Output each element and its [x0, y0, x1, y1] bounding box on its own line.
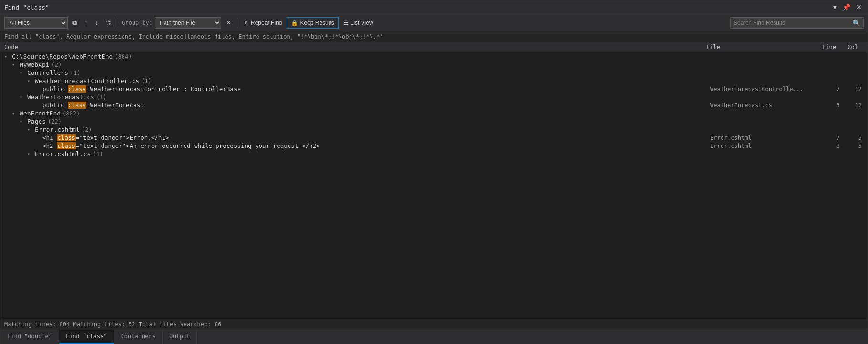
status-bar: Matching lines: 804 Matching files: 52 T…: [0, 319, 868, 330]
clear-results-button[interactable]: ✕: [223, 17, 234, 29]
title-bar-left: Find "class": [4, 4, 49, 11]
list-view-label: List View: [351, 20, 373, 26]
repeat-find-icon: ↻: [244, 20, 249, 26]
group-pages[interactable]: Pages (22): [0, 117, 868, 125]
group-error-cshtml[interactable]: Error.cshtml (2): [0, 125, 868, 134]
group-count: (22): [48, 118, 62, 125]
result-file: WeatherForecastControlle...: [710, 86, 815, 93]
group-label: WeatherForecastController.cs: [35, 77, 139, 84]
expand-icon: [27, 151, 33, 157]
group-label: C:\Source\Repos\WebFrontEnd: [12, 53, 113, 60]
panel-title: Find "class": [4, 4, 49, 11]
result-content: <h2 class="text-danger">An error occurre…: [42, 142, 868, 149]
highlight-match: class: [57, 134, 76, 141]
title-bar-right: ▾ 📌 ✕: [831, 2, 864, 12]
group-label: WeatherForecast.cs: [27, 94, 94, 101]
list-view-icon: ☰: [343, 20, 349, 26]
prev-result-button[interactable]: ↑: [82, 17, 91, 29]
expand-icon: [12, 111, 18, 116]
result-content: public class WeatherForecastController :…: [42, 85, 868, 93]
result-content: public class WeatherForecast WeatherFore…: [42, 102, 868, 109]
result-line: 7: [815, 86, 844, 93]
group-count: (1): [96, 94, 107, 101]
group-by-select[interactable]: Path then File File then Path No Groupin…: [155, 17, 221, 29]
group-webfrontend[interactable]: WebFrontEnd (802): [0, 109, 868, 117]
result-file: Error.cshtml: [710, 135, 815, 141]
keep-results-button[interactable]: 🔒 Keep Results: [287, 17, 338, 29]
result-code: <h1 class="text-danger">Error.</h1>: [42, 134, 710, 141]
group-label: MyWebApi: [20, 61, 50, 68]
result-col: 12: [844, 102, 868, 109]
repeat-find-button[interactable]: ↻ Repeat Find: [241, 17, 285, 29]
find-results-panel: Find "class" ▾ 📌 ✕ All Files Current Doc…: [0, 0, 868, 344]
group-count: (2): [52, 62, 62, 68]
expand-icon: [4, 54, 10, 60]
keep-results-icon: 🔒: [291, 20, 298, 26]
tab-find-double[interactable]: Find "double": [0, 330, 59, 344]
sep1: [118, 18, 118, 28]
group-label: Error.cshtml.cs: [35, 150, 91, 157]
result-row[interactable]: public class WeatherForecast WeatherFore…: [0, 101, 868, 109]
toolbar: All Files Current Document Open Document…: [0, 14, 868, 31]
result-col: 5: [844, 143, 868, 149]
col-column-header: Col: [840, 44, 864, 51]
group-webfrontend-root[interactable]: C:\Source\Repos\WebFrontEnd (804): [0, 52, 868, 61]
highlight-match: class: [68, 85, 87, 93]
result-code: <h2 class="text-danger">An error occurre…: [42, 142, 710, 149]
highlight-match: class: [57, 142, 76, 149]
group-count: (1): [93, 151, 103, 157]
results-area[interactable]: C:\Source\Repos\WebFrontEnd (804) MyWebA…: [0, 52, 868, 319]
next-result-button[interactable]: ↓: [93, 17, 102, 29]
group-count: (1): [70, 70, 81, 76]
group-weatherforecast[interactable]: WeatherForecast.cs (1): [0, 93, 868, 101]
search-box: 🔍: [730, 17, 864, 29]
expand-icon: [27, 78, 33, 84]
result-line: 7: [815, 135, 844, 141]
group-label: Pages: [27, 118, 46, 125]
group-count: (2): [82, 126, 92, 133]
title-bar: Find "class" ▾ 📌 ✕: [0, 0, 868, 14]
scope-select[interactable]: All Files Current Document Open Document…: [4, 17, 68, 29]
search-find-results-input[interactable]: [734, 20, 852, 26]
file-column-header: File: [706, 44, 811, 51]
result-file: Error.cshtml: [710, 143, 815, 149]
search-icon: 🔍: [852, 19, 860, 27]
result-row[interactable]: public class WeatherForecastController :…: [0, 85, 868, 93]
result-content: <h1 class="text-danger">Error.</h1> Erro…: [42, 134, 868, 141]
expand-icon: [12, 62, 18, 68]
result-code: public class WeatherForecastController :…: [42, 85, 710, 93]
result-row[interactable]: <h1 class="text-danger">Error.</h1> Erro…: [0, 134, 868, 142]
group-count: (804): [114, 53, 132, 60]
group-weatherforecastcontroller[interactable]: WeatherForecastController.cs (1): [0, 77, 868, 85]
expand-icon: [20, 70, 25, 76]
pin-button[interactable]: 📌: [840, 2, 852, 12]
column-headers: Code File Line Col: [0, 42, 868, 52]
group-label: WebFrontEnd: [20, 110, 61, 117]
filter-button[interactable]: ⚗: [103, 17, 114, 29]
close-button[interactable]: ✕: [854, 2, 864, 12]
tab-containers[interactable]: Containers: [114, 330, 163, 344]
keep-results-label: Keep Results: [300, 20, 334, 26]
expand-icon: [20, 94, 25, 100]
group-controllers[interactable]: Controllers (1): [0, 69, 868, 77]
repeat-find-label: Repeat Find: [251, 20, 282, 26]
tab-bar: Find "double" Find "class" Containers Ou…: [0, 330, 868, 344]
group-count: (802): [62, 110, 80, 117]
line-column-header: Line: [811, 44, 840, 51]
tab-find-class[interactable]: Find "class": [59, 330, 114, 344]
result-row[interactable]: <h2 class="text-danger">An error occurre…: [0, 142, 868, 150]
group-label: Controllers: [27, 69, 68, 76]
group-count: (1): [141, 78, 152, 84]
group-label: Error.cshtml: [35, 126, 80, 133]
result-code: public class WeatherForecast: [42, 102, 710, 109]
result-col: 12: [844, 86, 868, 93]
group-error-cshtml-cs[interactable]: Error.cshtml.cs (1): [0, 150, 868, 158]
dropdown-button[interactable]: ▾: [831, 2, 838, 12]
group-mywebapi[interactable]: MyWebApi (2): [0, 61, 868, 69]
tab-output[interactable]: Output: [163, 330, 197, 344]
highlight-match: class: [68, 102, 87, 109]
list-view-button[interactable]: ☰ List View: [341, 17, 376, 29]
copy-results-button[interactable]: ⧉: [70, 17, 80, 29]
group-by-label: Group by:: [122, 20, 153, 26]
result-col: 5: [844, 135, 868, 141]
